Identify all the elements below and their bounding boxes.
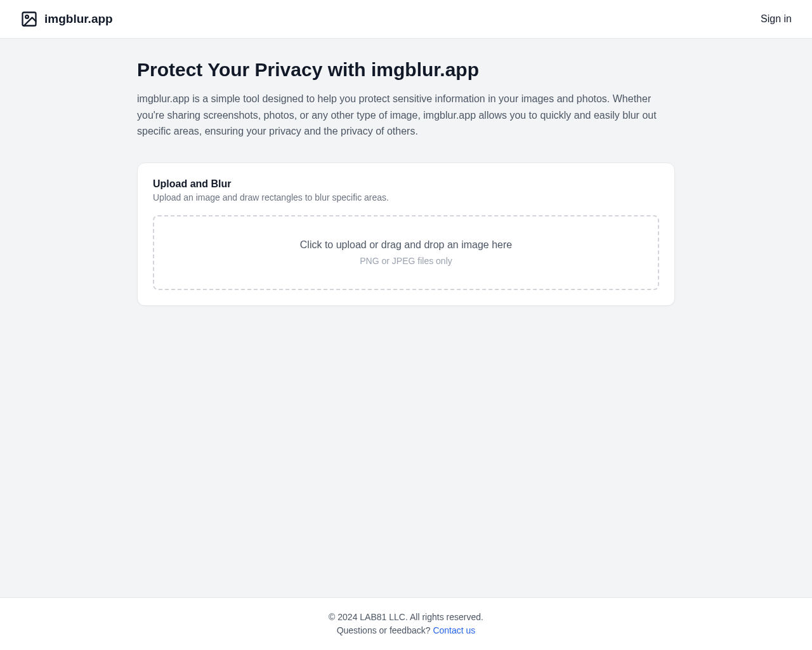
header: imgblur.app Sign in — [0, 0, 812, 39]
brand-lockup[interactable]: imgblur.app — [20, 10, 113, 28]
page-title: Protect Your Privacy with imgblur.app — [137, 59, 675, 81]
upload-card: Upload and Blur Upload an image and draw… — [137, 162, 675, 306]
contact-link[interactable]: Contact us — [433, 625, 475, 635]
content-container: Protect Your Privacy with imgblur.app im… — [127, 59, 685, 306]
image-icon — [20, 10, 38, 28]
signin-button[interactable]: Sign in — [761, 13, 792, 25]
upload-card-subtitle: Upload an image and draw rectangles to b… — [153, 192, 659, 202]
main-content: Protect Your Privacy with imgblur.app im… — [0, 39, 812, 597]
footer-feedback-prefix: Questions or feedback? — [337, 625, 433, 635]
dropzone-instruction: Click to upload or drag and drop an imag… — [167, 239, 645, 251]
footer: © 2024 LAB81 LLC. All rights reserved. Q… — [0, 597, 812, 650]
svg-point-1 — [25, 15, 29, 18]
upload-card-title: Upload and Blur — [153, 178, 659, 190]
footer-feedback: Questions or feedback? Contact us — [0, 624, 812, 637]
page-description: imgblur.app is a simple tool designed to… — [137, 91, 675, 140]
footer-copyright: © 2024 LAB81 LLC. All rights reserved. — [0, 611, 812, 624]
brand-name: imgblur.app — [44, 12, 113, 26]
dropzone-file-hint: PNG or JPEG files only — [167, 256, 645, 266]
upload-dropzone[interactable]: Click to upload or drag and drop an imag… — [153, 215, 659, 290]
